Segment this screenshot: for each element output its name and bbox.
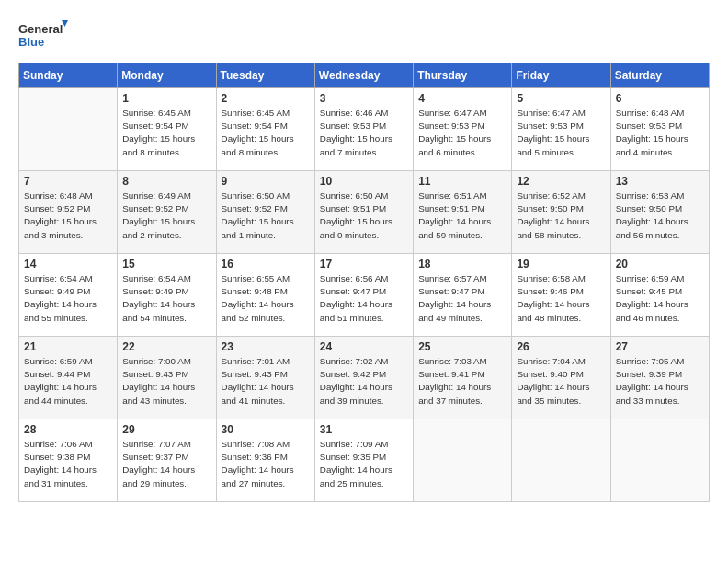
logo: General Blue [18, 18, 69, 53]
day-number: 6 [616, 92, 704, 105]
cell-content: Sunrise: 6:59 AMSunset: 9:44 PMDaylight:… [24, 355, 112, 408]
cell-content: Sunrise: 6:49 AMSunset: 9:52 PMDaylight:… [122, 190, 210, 242]
day-number: 13 [616, 175, 704, 188]
calendar-cell: 4Sunrise: 6:47 AMSunset: 9:53 PMDaylight… [414, 88, 512, 171]
cell-content: Sunrise: 6:56 AMSunset: 9:47 PMDaylight:… [320, 272, 408, 325]
cell-content: Sunrise: 6:57 AMSunset: 9:47 PMDaylight:… [418, 272, 506, 325]
cell-content: Sunrise: 6:47 AMSunset: 9:53 PMDaylight:… [517, 107, 605, 159]
weekday-header: Thursday [414, 63, 512, 88]
day-number: 11 [418, 175, 506, 188]
calendar-cell: 1Sunrise: 6:45 AMSunset: 9:54 PMDaylight… [118, 88, 216, 171]
page-header: General Blue [18, 18, 710, 53]
calendar-cell: 10Sunrise: 6:50 AMSunset: 9:51 PMDayligh… [314, 171, 413, 254]
day-number: 3 [320, 92, 408, 105]
day-number: 16 [222, 258, 310, 270]
day-number: 22 [122, 340, 210, 353]
cell-content: Sunrise: 6:48 AMSunset: 9:53 PMDaylight:… [616, 107, 704, 159]
cell-content: Sunrise: 6:52 AMSunset: 9:50 PMDaylight:… [517, 190, 605, 242]
cell-content: Sunrise: 6:47 AMSunset: 9:53 PMDaylight:… [418, 107, 506, 159]
calendar-cell: 28Sunrise: 7:06 AMSunset: 9:38 PMDayligh… [19, 419, 118, 502]
calendar-cell: 15Sunrise: 6:54 AMSunset: 9:49 PMDayligh… [118, 254, 216, 337]
day-number: 7 [24, 175, 112, 188]
calendar-cell: 2Sunrise: 6:45 AMSunset: 9:54 PMDaylight… [216, 88, 314, 171]
cell-content: Sunrise: 7:08 AMSunset: 9:36 PMDaylight:… [222, 438, 310, 490]
day-number: 25 [418, 340, 506, 353]
cell-content: Sunrise: 6:59 AMSunset: 9:45 PMDaylight:… [616, 272, 704, 325]
cell-content: Sunrise: 6:50 AMSunset: 9:52 PMDaylight:… [222, 190, 310, 242]
day-number: 23 [222, 340, 310, 353]
day-number: 4 [418, 92, 506, 105]
day-number: 30 [222, 423, 310, 436]
day-number: 10 [320, 175, 408, 188]
calendar-cell: 23Sunrise: 7:01 AMSunset: 9:43 PMDayligh… [216, 337, 314, 419]
calendar-cell: 14Sunrise: 6:54 AMSunset: 9:49 PMDayligh… [19, 254, 118, 337]
calendar-cell: 29Sunrise: 7:07 AMSunset: 9:37 PMDayligh… [118, 419, 216, 502]
weekday-header: Friday [512, 63, 610, 88]
calendar-cell: 9Sunrise: 6:50 AMSunset: 9:52 PMDaylight… [216, 171, 314, 254]
calendar-cell [512, 419, 610, 502]
svg-text:General: General [18, 22, 63, 36]
day-number: 12 [517, 175, 605, 188]
calendar-header-row: SundayMondayTuesdayWednesdayThursdayFrid… [19, 63, 710, 88]
day-number: 20 [616, 258, 704, 270]
calendar-week-row: 7Sunrise: 6:48 AMSunset: 9:52 PMDaylight… [19, 171, 710, 254]
cell-content: Sunrise: 6:46 AMSunset: 9:53 PMDaylight:… [320, 107, 408, 159]
calendar-week-row: 1Sunrise: 6:45 AMSunset: 9:54 PMDaylight… [19, 88, 710, 171]
cell-content: Sunrise: 7:06 AMSunset: 9:38 PMDaylight:… [24, 438, 112, 490]
cell-content: Sunrise: 6:45 AMSunset: 9:54 PMDaylight:… [222, 107, 310, 159]
day-number: 14 [24, 258, 112, 270]
calendar-cell: 6Sunrise: 6:48 AMSunset: 9:53 PMDaylight… [610, 88, 709, 171]
cell-content: Sunrise: 6:48 AMSunset: 9:52 PMDaylight:… [24, 190, 112, 242]
cell-content: Sunrise: 7:02 AMSunset: 9:42 PMDaylight:… [320, 355, 408, 408]
calendar-cell: 22Sunrise: 7:00 AMSunset: 9:43 PMDayligh… [118, 337, 216, 419]
calendar-cell: 21Sunrise: 6:59 AMSunset: 9:44 PMDayligh… [19, 337, 118, 419]
calendar-week-row: 28Sunrise: 7:06 AMSunset: 9:38 PMDayligh… [19, 419, 710, 502]
day-number: 17 [320, 258, 408, 270]
calendar-week-row: 14Sunrise: 6:54 AMSunset: 9:49 PMDayligh… [19, 254, 710, 337]
cell-content: Sunrise: 6:50 AMSunset: 9:51 PMDaylight:… [320, 190, 408, 242]
calendar-cell [19, 88, 118, 171]
calendar-cell: 5Sunrise: 6:47 AMSunset: 9:53 PMDaylight… [512, 88, 610, 171]
svg-text:Blue: Blue [18, 35, 44, 49]
calendar-cell: 25Sunrise: 7:03 AMSunset: 9:41 PMDayligh… [414, 337, 512, 419]
day-number: 27 [616, 340, 704, 353]
calendar-cell: 18Sunrise: 6:57 AMSunset: 9:47 PMDayligh… [414, 254, 512, 337]
cell-content: Sunrise: 7:05 AMSunset: 9:39 PMDaylight:… [616, 355, 704, 408]
calendar-cell [610, 419, 709, 502]
calendar-cell: 8Sunrise: 6:49 AMSunset: 9:52 PMDaylight… [118, 171, 216, 254]
cell-content: Sunrise: 6:53 AMSunset: 9:50 PMDaylight:… [616, 190, 704, 242]
cell-content: Sunrise: 6:55 AMSunset: 9:48 PMDaylight:… [222, 272, 310, 325]
cell-content: Sunrise: 7:09 AMSunset: 9:35 PMDaylight:… [320, 438, 408, 490]
weekday-header: Monday [118, 63, 216, 88]
day-number: 1 [122, 92, 210, 105]
weekday-header: Wednesday [314, 63, 413, 88]
cell-content: Sunrise: 7:03 AMSunset: 9:41 PMDaylight:… [418, 355, 506, 408]
calendar-cell: 16Sunrise: 6:55 AMSunset: 9:48 PMDayligh… [216, 254, 314, 337]
cell-content: Sunrise: 7:00 AMSunset: 9:43 PMDaylight:… [122, 355, 210, 408]
day-number: 24 [320, 340, 408, 353]
calendar-cell: 31Sunrise: 7:09 AMSunset: 9:35 PMDayligh… [314, 419, 413, 502]
calendar-cell: 24Sunrise: 7:02 AMSunset: 9:42 PMDayligh… [314, 337, 413, 419]
day-number: 29 [122, 423, 210, 436]
cell-content: Sunrise: 6:51 AMSunset: 9:51 PMDaylight:… [418, 190, 506, 242]
day-number: 15 [122, 258, 210, 270]
cell-content: Sunrise: 7:07 AMSunset: 9:37 PMDaylight:… [122, 438, 210, 490]
day-number: 21 [24, 340, 112, 353]
calendar-cell: 20Sunrise: 6:59 AMSunset: 9:45 PMDayligh… [610, 254, 709, 337]
day-number: 28 [24, 423, 112, 436]
calendar-cell: 3Sunrise: 6:46 AMSunset: 9:53 PMDaylight… [314, 88, 413, 171]
calendar-cell [414, 419, 512, 502]
calendar-cell: 27Sunrise: 7:05 AMSunset: 9:39 PMDayligh… [610, 337, 709, 419]
calendar-table: SundayMondayTuesdayWednesdayThursdayFrid… [18, 63, 710, 502]
cell-content: Sunrise: 7:04 AMSunset: 9:40 PMDaylight:… [517, 355, 605, 408]
weekday-header: Saturday [610, 63, 709, 88]
day-number: 19 [517, 258, 605, 270]
day-number: 31 [320, 423, 408, 436]
day-number: 18 [418, 258, 506, 270]
cell-content: Sunrise: 6:58 AMSunset: 9:46 PMDaylight:… [517, 272, 605, 325]
logo-svg: General Blue [18, 18, 69, 53]
calendar-cell: 30Sunrise: 7:08 AMSunset: 9:36 PMDayligh… [216, 419, 314, 502]
day-number: 8 [122, 175, 210, 188]
cell-content: Sunrise: 7:01 AMSunset: 9:43 PMDaylight:… [222, 355, 310, 408]
calendar-cell: 19Sunrise: 6:58 AMSunset: 9:46 PMDayligh… [512, 254, 610, 337]
